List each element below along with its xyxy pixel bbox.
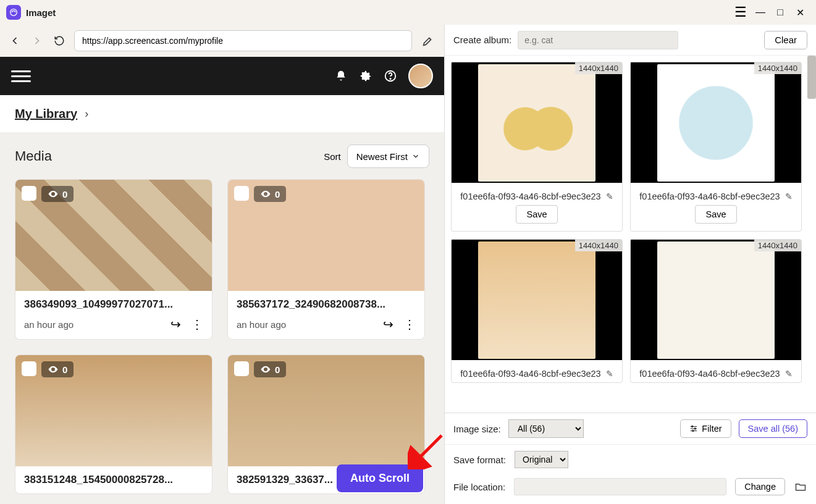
folder-icon[interactable] [794,480,807,494]
checkbox[interactable] [234,361,249,376]
save-format-label: Save format: [453,455,506,465]
hamburger-menu-icon[interactable]: ☰ [731,2,751,22]
eye-icon [48,364,59,375]
maximize-icon[interactable]: □ [770,2,790,22]
save-format-select[interactable]: Original [515,451,568,468]
dimensions-badge: 1440x1440 [754,62,801,74]
image-size-select[interactable]: All (56) [508,419,584,438]
close-icon[interactable]: ✕ [790,2,810,22]
more-icon[interactable]: ⋮ [403,317,416,332]
checkbox[interactable] [22,361,36,376]
card-title: 383151248_15450000825728... [24,474,203,486]
app-logo [6,5,21,20]
help-icon[interactable] [384,69,397,83]
media-card[interactable]: 0 386349093_10499977027071... an hour ag… [15,179,212,340]
gear-icon[interactable] [359,69,372,83]
image-item[interactable]: 1440x1440 f01ee6fa-0f93-4a46-8cbf-e9ec3e… [630,62,802,232]
auto-scroll-button[interactable]: Auto Scroll [337,464,423,492]
edit-icon[interactable]: ✎ [606,369,613,379]
change-button[interactable]: Change [735,478,785,495]
edit-icon[interactable]: ✎ [785,369,793,379]
eye-icon [260,188,271,200]
media-header: Media Sort Newest First [15,145,429,168]
save-format-row: Save format: Original [445,444,816,474]
svg-point-6 [692,430,694,431]
avatar[interactable] [408,64,433,88]
filter-button[interactable]: Filter [680,419,731,438]
checkbox[interactable] [22,186,36,201]
reload-icon[interactable] [52,33,67,48]
save-all-button[interactable]: Save all (56) [739,419,807,438]
edit-icon[interactable]: ✎ [606,191,613,201]
media-title: Media [15,148,52,164]
filter-controls: Image size: All (56) Filter Save all (56… [445,413,816,444]
scrollbar[interactable] [807,56,816,99]
title-bar: Imaget ☰ — □ ✕ [0,0,816,25]
site-menu-icon[interactable] [11,66,31,86]
image-item[interactable]: 1440x1440 f01ee6fa-0f93-4a46-8cbf-e9ec3e… [630,239,802,383]
share-icon[interactable]: ↪ [170,317,181,332]
dimensions-badge: 1440x1440 [575,240,622,251]
image-size-label: Image size: [453,424,501,434]
sort-select[interactable]: Newest First [347,145,429,168]
url-input[interactable] [74,30,412,51]
album-header: Create album: Clear [445,25,816,56]
share-icon[interactable]: ↪ [383,317,393,332]
image-thumbnail [657,64,775,182]
album-name-input[interactable] [518,31,678,49]
eye-icon [48,188,59,200]
image-filename: f01ee6fa-0f93-4a46-8cbf-e9ec3e23 [460,369,600,379]
site-header [0,57,444,95]
sort-value: Newest First [356,151,408,162]
color-picker-icon[interactable] [419,32,437,49]
chevron-right-icon: › [85,107,88,120]
image-filename: f01ee6fa-0f93-4a46-8cbf-e9ec3e23 [639,191,780,201]
media-thumbnail: 0 [15,355,212,466]
media-thumbnail: 0 [15,180,212,291]
dimensions-badge: 1440x1440 [575,62,622,74]
bell-icon[interactable] [334,69,348,83]
breadcrumb[interactable]: My Library [15,107,77,121]
card-time: an hour ago [237,319,286,330]
right-pane: Create album: Clear 1440x1440 f01ee6fa-0… [444,25,816,504]
svg-point-2 [390,78,390,79]
app-title: Imaget [26,7,56,18]
forward-icon[interactable] [30,33,44,48]
card-title: 385637172_32490682008738... [237,298,416,311]
view-count-badge: 0 [254,186,286,202]
create-album-label: Create album: [453,35,511,45]
media-card[interactable]: 0 383151248_15450000825728... [15,355,212,494]
sliders-icon [689,424,698,433]
file-location-input[interactable] [514,478,726,495]
image-thumbnail [657,242,775,359]
minimize-icon[interactable]: — [751,2,770,22]
svg-point-0 [11,9,17,16]
card-time: an hour ago [24,319,74,330]
image-thumbnail [478,64,595,182]
media-grid: 0 386349093_10499977027071... an hour ag… [15,179,429,494]
view-count-badge: 0 [41,361,74,377]
media-card[interactable]: 0 385637172_32490682008738... an hour ag… [227,179,425,340]
embedded-site: My Library › Media Sort Newest First [0,57,444,504]
breadcrumb-row: My Library › [0,95,444,132]
save-button[interactable]: Save [695,205,736,224]
clear-button[interactable]: Clear [764,31,807,49]
save-button[interactable]: Save [516,205,557,224]
browser-bar [0,25,444,57]
edit-icon[interactable]: ✎ [785,191,793,201]
back-icon[interactable] [7,33,22,48]
file-location-row: File location: Change [445,474,816,504]
more-icon[interactable]: ⋮ [191,317,203,332]
media-thumbnail: 0 [228,180,424,291]
eye-icon [260,364,271,375]
view-count-badge: 0 [254,361,286,377]
image-filename: f01ee6fa-0f93-4a46-8cbf-e9ec3e23 [460,191,600,201]
sort-label: Sort [324,151,341,162]
checkbox[interactable] [234,186,249,201]
image-item[interactable]: 1440x1440 f01ee6fa-0f93-4a46-8cbf-e9ec3e… [451,62,623,232]
left-pane: My Library › Media Sort Newest First [0,25,444,504]
media-thumbnail: 0 [228,355,424,466]
image-item[interactable]: 1440x1440 f01ee6fa-0f93-4a46-8cbf-e9ec3e… [451,239,623,383]
svg-point-5 [695,428,696,429]
chevron-down-icon [411,152,420,161]
